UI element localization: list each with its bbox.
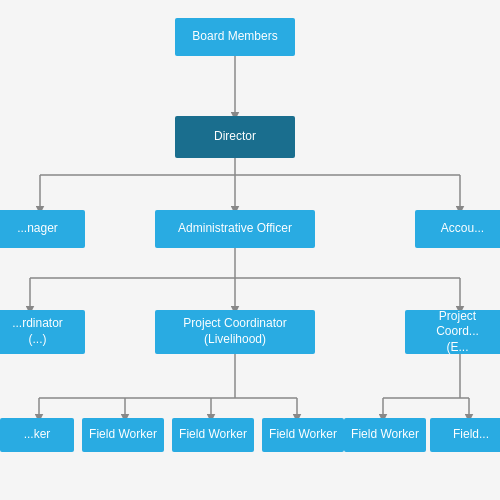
field-worker-2: Field Worker [82, 418, 164, 452]
proj-coord-livelihood-node: Project Coordinator(Livelihood) [155, 310, 315, 354]
admin-officer-node: Administrative Officer [155, 210, 315, 248]
field-worker-6: Field... [430, 418, 500, 452]
field-worker-4: Field Worker [262, 418, 344, 452]
manager-node: ...nager [0, 210, 85, 248]
board-members-node: Board Members [175, 18, 295, 56]
proj-coord-ed-node: ProjectCoord...(E... [405, 310, 500, 354]
accountant-node: Accou... [415, 210, 500, 248]
field-worker-5: Field Worker [344, 418, 426, 452]
org-chart: Board Members Director ...nager Administ… [0, 0, 500, 500]
field-worker-1: ...ker [0, 418, 74, 452]
coordinator-left-node: ...rdinator(...) [0, 310, 85, 354]
field-worker-3: Field Worker [172, 418, 254, 452]
director-node: Director [175, 116, 295, 158]
